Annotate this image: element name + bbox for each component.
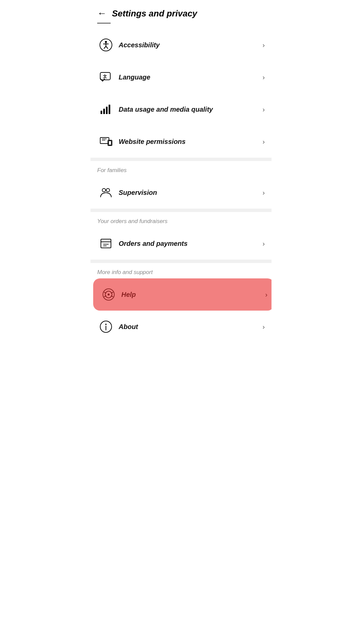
families-section: For families Supervision › [90, 161, 272, 209]
general-section: Accessibility › 文 Language › Data usage … [90, 29, 272, 158]
header-divider [97, 23, 111, 23]
back-button[interactable]: ← [97, 8, 107, 19]
orders-header: Your orders and fundraisers [90, 212, 272, 227]
orders-payments-chevron: › [262, 240, 265, 248]
support-header: More info and support [90, 263, 272, 278]
svg-rect-9 [103, 109, 105, 114]
supervision-chevron: › [262, 189, 265, 197]
data-usage-icon [97, 101, 115, 118]
svg-point-19 [106, 189, 110, 192]
accessibility-item[interactable]: Accessibility › [90, 29, 272, 61]
separator-2 [90, 209, 272, 212]
language-item[interactable]: 文 Language › [90, 61, 272, 93]
page-title: Settings and privacy [112, 8, 197, 19]
svg-point-30 [108, 293, 110, 296]
help-icon [100, 286, 117, 303]
orders-section: Your orders and fundraisers Orders and p… [90, 212, 272, 260]
svg-point-18 [102, 189, 106, 192]
svg-line-4 [104, 46, 106, 49]
svg-text:文: 文 [103, 74, 107, 79]
separator-1 [90, 158, 272, 161]
data-usage-chevron: › [262, 106, 265, 113]
orders-payments-label: Orders and payments [115, 240, 262, 248]
svg-point-1 [105, 41, 107, 43]
accessibility-chevron: › [262, 41, 265, 49]
about-item[interactable]: About › [90, 311, 272, 343]
svg-rect-8 [101, 111, 102, 114]
website-permissions-item[interactable]: Website permissions › [90, 125, 272, 158]
svg-rect-20 [101, 239, 111, 248]
website-permissions-label: Website permissions [115, 138, 262, 146]
about-icon [97, 318, 115, 335]
svg-rect-11 [109, 105, 110, 114]
supervision-icon [97, 184, 115, 201]
page-header: ← Settings and privacy [90, 0, 272, 21]
families-header: For families [90, 161, 272, 176]
accessibility-icon [97, 36, 115, 54]
language-icon: 文 [97, 68, 115, 86]
language-label: Language [115, 73, 262, 81]
supervision-label: Supervision [115, 189, 262, 197]
svg-rect-10 [106, 107, 108, 114]
support-section: More info and support Help › Abou [90, 263, 272, 343]
help-chevron: › [265, 291, 267, 299]
help-label: Help [117, 291, 265, 299]
website-permissions-icon [97, 133, 115, 150]
about-label: About [115, 323, 262, 331]
orders-payments-item[interactable]: Orders and payments › [90, 227, 272, 260]
svg-line-5 [106, 46, 108, 49]
supervision-item[interactable]: Supervision › [90, 176, 272, 209]
help-item[interactable]: Help › [93, 278, 272, 311]
data-usage-item[interactable]: Data usage and media quality › [90, 93, 272, 125]
website-permissions-chevron: › [262, 138, 265, 146]
separator-3 [90, 260, 272, 263]
data-usage-label: Data usage and media quality [115, 106, 262, 113]
svg-point-32 [105, 324, 107, 325]
language-chevron: › [262, 73, 265, 81]
about-chevron: › [262, 323, 265, 331]
orders-icon [97, 235, 115, 252]
accessibility-label: Accessibility [115, 41, 262, 49]
